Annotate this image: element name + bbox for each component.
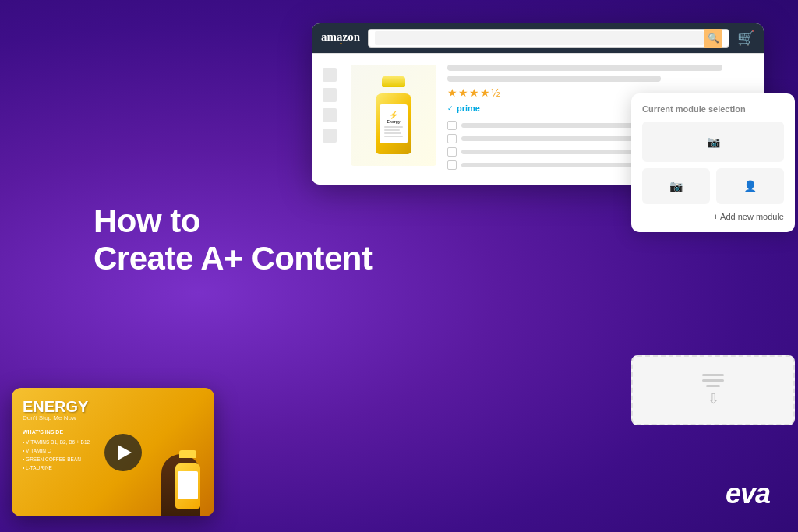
camera-icon-small-1: 📷 (669, 180, 683, 192)
search-icon[interactable]: 🔍 (704, 29, 722, 48)
play-triangle (118, 445, 132, 460)
amazon-logo: amazon ⌃ (321, 30, 360, 47)
line-icon-bar-short (706, 385, 720, 387)
star-rating: ★★★★½ (447, 86, 501, 99)
whats-inside-label: WHAT'S INSIDE (23, 429, 203, 435)
module-slot-large[interactable]: 📷 (642, 122, 784, 162)
sidebar-dot-4 (323, 129, 337, 143)
prime-checkmark: ✓ (447, 104, 454, 112)
product-title-line1 (447, 65, 722, 71)
checkbox-3[interactable] (447, 147, 457, 157)
line-icon-bar-2 (702, 379, 724, 382)
sidebar-dot-2 (323, 88, 337, 102)
video-bottle-label (178, 471, 198, 499)
video-card: ENERGY Don't Stop Me Now WHAT'S INSIDE •… (12, 388, 214, 516)
amazon-smile-icon: ⌃ (339, 41, 343, 47)
camera-icon-large: 📷 (707, 136, 720, 148)
bottom-placeholder: ⇩ (631, 355, 795, 425)
sidebar-dot-3 (323, 108, 337, 122)
bottle-label: ⚡ Energy (380, 104, 408, 143)
checkbox-4[interactable] (447, 160, 457, 170)
module-slot-small-2[interactable]: 👤 (716, 168, 784, 204)
lines-icon-arrow: ⇩ (708, 390, 719, 407)
browser-toolbar: amazon ⌃ 🔍 🛒 (312, 23, 764, 54)
cart-icon[interactable]: 🛒 (737, 30, 754, 47)
video-bottle-cap (179, 450, 196, 458)
sidebar-dot-1 (323, 68, 337, 82)
module-panel: Current module selection 📷 📷 👤 + Add new… (631, 93, 795, 232)
bottle-body: ⚡ Energy (376, 93, 411, 154)
line-icon-bar-1 (702, 374, 724, 376)
video-content: ENERGY Don't Stop Me Now WHAT'S INSIDE •… (12, 388, 214, 516)
product-title-line2 (447, 76, 661, 82)
play-button[interactable] (104, 434, 142, 471)
checkbox-2[interactable] (447, 134, 457, 143)
bolt-icon: ⚡ (389, 111, 398, 119)
bottle-cap (382, 76, 405, 87)
person-icon-small: 👤 (743, 180, 757, 192)
dont-stop-subtitle: Don't Stop Me Now (23, 414, 203, 421)
video-bottle-body (175, 463, 200, 509)
search-bar[interactable]: 🔍 (368, 29, 729, 48)
bottle-desc-lines (384, 126, 403, 137)
product-image-area: ⚡ Energy (351, 65, 436, 166)
energy-title: ENERGY (23, 399, 203, 414)
sidebar-items (323, 68, 337, 174)
search-bar-fill (375, 31, 704, 45)
product-bottle: ⚡ Energy (373, 76, 415, 154)
module-panel-title: Current module selection (642, 104, 784, 114)
prime-label: prime (457, 104, 480, 113)
lines-icon: ⇩ (702, 374, 724, 407)
ui-mockup: amazon ⌃ 🔍 🛒 (281, 23, 779, 514)
module-slots-row: 📷 👤 (642, 168, 784, 204)
bottle-product-name: Energy (387, 119, 401, 124)
module-slot-small-1[interactable]: 📷 (642, 168, 710, 204)
add-module-button[interactable]: + Add new module (642, 212, 784, 221)
video-bottle (173, 450, 203, 509)
checkbox-1[interactable] (447, 121, 457, 130)
